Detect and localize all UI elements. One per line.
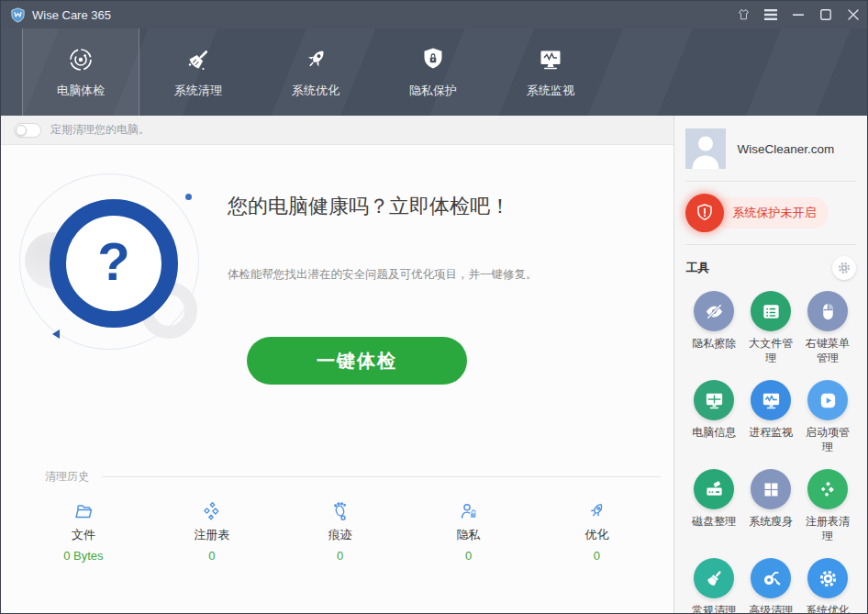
tool-disk-defrag[interactable]: 磁盘整理 [685, 469, 742, 543]
tab-label: 隐私保护 [409, 83, 457, 99]
tab-system-cleaner[interactable]: 系统清理 [139, 28, 257, 116]
warning-shield-icon [685, 194, 724, 232]
account-name: WiseCleaner.com [737, 142, 834, 156]
app-body: 定期清理您的电脑。 ? 您的电脑健康吗？立即体检吧！ 体检能帮您找出潜在的安全问… [1, 116, 867, 613]
tool-label: 启动项管理 [802, 425, 853, 454]
window-title: Wise Care 365 [32, 8, 111, 22]
question-mark: ? [97, 235, 129, 288]
stat-label: 痕迹 [328, 527, 352, 543]
titlebar: Wise Care 365 [1, 1, 867, 28]
tool-label: 进程监视 [745, 425, 796, 440]
history-header: 清理历史 [45, 469, 661, 485]
tool-system-slimming[interactable]: 系统瘦身 [742, 469, 799, 543]
account-row[interactable]: WiseCleaner.com [685, 128, 856, 169]
tool-context-menu-manager[interactable]: 右键菜单管理 [799, 291, 856, 365]
stat-label: 隐私 [457, 527, 481, 543]
tool-label: 右键菜单管理 [802, 336, 853, 365]
tools-settings-gear-icon[interactable] [832, 256, 856, 280]
diamonds-icon [807, 469, 848, 509]
tool-privacy-eraser[interactable]: 隐私擦除 [685, 291, 742, 365]
stat-value: 0 [208, 549, 215, 563]
health-question-art: ? [12, 166, 209, 363]
history-stats: 文件 0 Bytes 注册表 0 [19, 501, 661, 563]
tool-label: 高级清理 [745, 603, 796, 614]
tab-label: 电脑体检 [57, 83, 105, 99]
stat-label: 注册表 [194, 527, 229, 543]
stat-value: 0 [465, 549, 472, 563]
decor-blue-dot [185, 194, 192, 200]
tab-system-monitor[interactable]: 系统监视 [492, 28, 609, 116]
windows-logo-icon [751, 469, 791, 509]
shield-lock-icon [419, 46, 447, 73]
system-protection-warning[interactable]: 系统保护未开启 [685, 194, 856, 232]
scheduler-row: 定期清理您的电脑。 [1, 116, 673, 145]
gear-icon [807, 558, 848, 598]
stat-files: 文件 0 Bytes [19, 501, 148, 563]
tab-label: 系统监视 [527, 83, 574, 99]
maximize-icon[interactable] [812, 1, 840, 28]
tab-label: 系统优化 [292, 83, 339, 99]
minimize-icon[interactable] [785, 1, 812, 28]
tool-label: 隐私擦除 [688, 336, 740, 351]
file-list-icon [751, 291, 791, 331]
main-nav: 电脑体检 系统清理 [1, 28, 867, 116]
tool-label: 系统瘦身 [745, 514, 796, 529]
tools-title: 工具 [685, 260, 709, 276]
history-title: 清理历史 [45, 469, 89, 485]
mouse-icon [807, 291, 848, 331]
tool-registry-cleaner[interactable]: 注册表清理 [799, 469, 856, 543]
wise-care-365-window: Wise Care 365 [0, 0, 868, 614]
brush-icon [694, 558, 734, 598]
eye-slash-icon [694, 291, 734, 331]
question-ring: ? [50, 199, 178, 328]
tool-advanced-cleaner[interactable]: 高级清理 [742, 558, 799, 614]
tool-process-monitor[interactable]: 进程监视 [742, 380, 799, 454]
tool-common-cleaner[interactable]: 常规清理 [685, 558, 742, 614]
tools-grid: 隐私擦除 大文件管理 右键菜单管理 [685, 291, 856, 614]
warning-label: 系统保护未开启 [712, 197, 829, 229]
window-controls [729, 1, 867, 28]
stat-traces: 痕迹 0 [276, 501, 405, 563]
folder-icon [73, 501, 94, 521]
scheduler-label: 定期清理您的电脑。 [50, 122, 150, 138]
monitor-pulse-tool-icon [751, 380, 791, 420]
stat-optimization: 优化 0 [533, 501, 662, 563]
person-lock-icon [459, 501, 479, 521]
one-click-checkup-button[interactable]: 一键体检 [247, 337, 467, 385]
tool-system-tuneup[interactable]: 系统优化 [799, 558, 856, 614]
stat-label: 优化 [584, 527, 608, 543]
tool-startup-manager[interactable]: 启动项管理 [799, 380, 856, 454]
radar-checkup-icon [67, 46, 95, 73]
toggle-knob [16, 125, 27, 136]
tool-label: 大文件管理 [745, 336, 796, 365]
tab-privacy-protector[interactable]: 隐私保护 [374, 28, 492, 116]
rocket-small-icon [586, 501, 606, 521]
vacuum-icon [751, 558, 791, 598]
tab-system-tuneup[interactable]: 系统优化 [257, 28, 374, 116]
play-icon [807, 380, 848, 420]
monitor-grid-icon [694, 380, 734, 420]
decor-blue-triangle [52, 329, 60, 339]
tools-header: 工具 [685, 256, 856, 280]
stat-registry: 注册表 0 [148, 501, 276, 563]
footprint-icon [330, 501, 351, 521]
rocket-icon [302, 46, 329, 73]
menu-icon[interactable] [757, 1, 785, 28]
theme-skin-icon[interactable] [729, 1, 757, 28]
tool-label: 系统优化 [802, 603, 853, 614]
stat-value: 0 [337, 549, 343, 563]
close-icon[interactable] [840, 1, 867, 28]
disk-icon [694, 469, 734, 509]
tab-pc-checkup[interactable]: 电脑体检 [22, 28, 139, 116]
tool-big-file-manager[interactable]: 大文件管理 [742, 291, 799, 365]
sidebar-divider [685, 244, 856, 245]
scheduler-toggle[interactable] [14, 123, 41, 138]
stat-label: 文件 [72, 527, 95, 543]
registry-diamonds-icon [202, 501, 222, 521]
stat-privacy: 隐私 0 [405, 501, 533, 563]
sidebar: WiseCleaner.com 系统保护未开启 工具 [673, 116, 867, 613]
tool-label: 注册表清理 [802, 514, 853, 543]
tool-pc-info[interactable]: 电脑信息 [685, 380, 742, 454]
tool-label: 磁盘整理 [688, 514, 740, 529]
checkup-description: 体检能帮您找出潜在的安全问题及可优化项目，并一键修复。 [228, 267, 538, 283]
